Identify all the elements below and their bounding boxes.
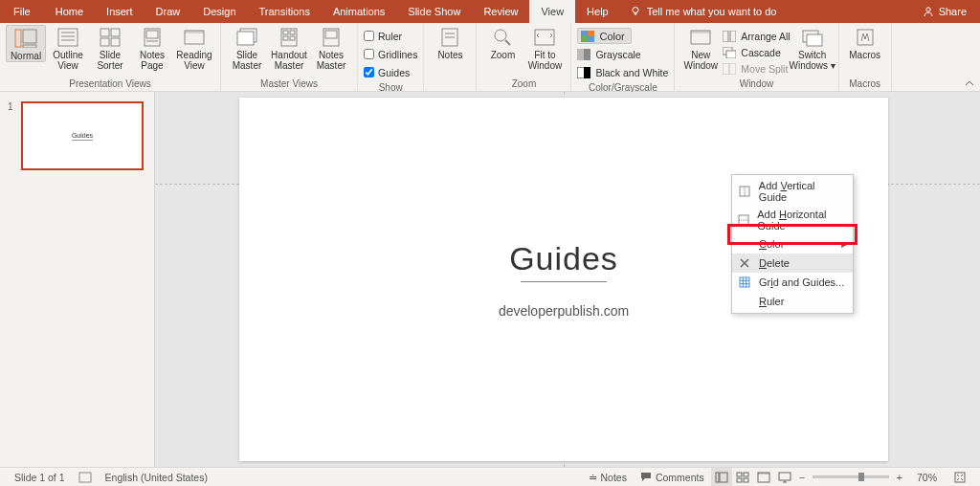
notes-toggle[interactable]: ≐Notes	[582, 468, 634, 486]
fit-to-window-button[interactable]: Fit to Window	[524, 25, 565, 71]
add-vertical-guide-item[interactable]: Add Vertical Guide	[732, 177, 853, 206]
new-window-icon	[690, 28, 711, 47]
notes-page-button[interactable]: Notes Page	[132, 25, 172, 71]
reading-view-button[interactable]: Reading View	[174, 25, 214, 71]
submenu-arrow-icon: ▶	[841, 240, 847, 249]
slide-subtitle: developerpublish.com	[499, 303, 629, 319]
comments-label: Comments	[656, 472, 704, 483]
normal-view-status-button[interactable]	[711, 468, 732, 487]
reading-view-status-button[interactable]	[753, 468, 774, 487]
animations-tab[interactable]: Animations	[322, 0, 396, 23]
design-tab[interactable]: Design	[191, 0, 247, 23]
notes-master-label: Notes Master	[317, 50, 346, 71]
file-tab[interactable]: File	[0, 0, 44, 23]
svg-rect-10	[100, 29, 109, 36]
transitions-tab[interactable]: Transitions	[248, 0, 322, 23]
slide-sorter-button[interactable]: Slide Sorter	[90, 25, 130, 71]
zoom-button[interactable]: Zoom	[482, 25, 523, 60]
svg-rect-50	[807, 34, 822, 46]
master-views-group: Slide Master Handout Master Notes Master…	[221, 23, 358, 91]
svg-rect-6	[58, 29, 78, 46]
sorter-view-status-button[interactable]	[732, 468, 753, 487]
share-label: Share	[939, 6, 967, 17]
view-tab[interactable]: View	[529, 0, 575, 23]
svg-rect-42	[691, 31, 710, 33]
language-button[interactable]: English (United States)	[99, 468, 214, 486]
tell-me-search[interactable]: Tell me what you want to do	[620, 0, 787, 23]
slide-master-label: Slide Master	[233, 50, 262, 71]
notes-label: Notes	[437, 50, 462, 60]
arrange-all-icon	[723, 31, 736, 42]
review-tab[interactable]: Review	[472, 0, 529, 23]
grayscale-mode-button[interactable]: Grayscale	[577, 46, 640, 62]
svg-rect-27	[325, 31, 337, 38]
share-button[interactable]: Share	[909, 0, 980, 23]
help-tab[interactable]: Help	[575, 0, 620, 23]
slideshow-view-status-button[interactable]	[774, 468, 795, 487]
collapse-ribbon-button[interactable]	[965, 79, 974, 87]
person-icon	[923, 6, 934, 17]
lightbulb-icon	[630, 6, 641, 17]
svg-rect-23	[290, 31, 295, 34]
grid-and-guides-item[interactable]: Grid and Guides...	[732, 273, 853, 292]
svg-rect-38	[584, 49, 590, 60]
draw-tab[interactable]: Draw	[145, 0, 192, 23]
zoom-percentage[interactable]: 70%	[910, 472, 944, 483]
color-mode-button[interactable]: Color	[577, 28, 631, 44]
ruler-checkbox[interactable]: Ruler	[364, 28, 402, 44]
move-split-button[interactable]: Move Split	[723, 60, 790, 77]
notes-sbtn-label: Notes	[601, 472, 627, 483]
slide-counter[interactable]: Slide 1 of 1	[8, 468, 72, 486]
spell-check-button[interactable]	[72, 468, 99, 486]
zoom-out-button[interactable]: −	[795, 472, 809, 483]
fit-to-window-status-button[interactable]	[947, 472, 972, 483]
master-views-label: Master Views	[227, 77, 351, 91]
zoom-in-button[interactable]: +	[893, 472, 906, 483]
zoom-group: Zoom Fit to Window Zoom	[477, 23, 571, 91]
ruler-item[interactable]: Ruler	[732, 292, 853, 311]
title-underline	[521, 281, 607, 282]
zoom-control: − + 70%	[795, 472, 972, 483]
handout-master-button[interactable]: Handout Master	[269, 25, 309, 71]
slide-canvas[interactable]: Guides developerpublish.com	[155, 92, 980, 467]
slide-thumbnail-1[interactable]: Guides	[21, 101, 144, 170]
add-v-label: Add Vertical Guide	[759, 180, 845, 203]
bw-mode-button[interactable]: Black and White	[577, 64, 668, 80]
svg-rect-43	[723, 31, 728, 42]
guides-checkbox[interactable]: Guides	[364, 64, 410, 80]
notes-icon	[441, 28, 458, 47]
magnifier-icon	[493, 28, 512, 47]
svg-rect-12	[100, 38, 109, 46]
macros-button[interactable]: Macros	[845, 25, 885, 60]
presentation-views-group: Normal Outline View Slide Sorter Notes P…	[0, 23, 221, 91]
new-window-button[interactable]: New Window	[680, 25, 721, 71]
chevron-up-icon	[965, 79, 974, 87]
gridlines-checkbox[interactable]: Gridlines	[364, 46, 417, 62]
svg-rect-25	[290, 36, 295, 40]
svg-line-32	[505, 40, 510, 45]
thumbnail-number: 1	[8, 101, 15, 170]
switch-windows-button[interactable]: Switch Windows ▾	[792, 25, 833, 71]
cascade-icon	[723, 47, 736, 58]
home-tab[interactable]: Home	[44, 0, 95, 23]
notes-master-button[interactable]: Notes Master	[311, 25, 351, 71]
svg-rect-64	[737, 473, 742, 476]
comments-toggle[interactable]: Comments	[634, 468, 711, 486]
svg-rect-4	[23, 30, 36, 43]
fit-label: Fit to Window	[528, 50, 563, 71]
arrange-all-button[interactable]: Arrange All	[723, 28, 790, 44]
insert-tab[interactable]: Insert	[95, 0, 145, 23]
zoom-slider[interactable]	[813, 475, 889, 478]
notes-button[interactable]: Notes	[430, 25, 470, 60]
slide-master-button[interactable]: Slide Master	[227, 25, 267, 71]
spell-icon	[78, 472, 92, 483]
normal-view-button[interactable]: Normal	[6, 25, 46, 62]
add-horizontal-guide-item[interactable]: Add Horizontal Guide	[732, 206, 853, 234]
delete-guide-item[interactable]: Delete	[732, 254, 853, 273]
ribbon-tabs: File Home Insert Draw Design Transitions…	[0, 0, 980, 23]
guide-color-item[interactable]: Color ▶	[732, 234, 853, 254]
slideshow-tab[interactable]: Slide Show	[396, 0, 472, 23]
outline-view-button[interactable]: Outline View	[48, 25, 88, 71]
cascade-button[interactable]: Cascade	[723, 44, 790, 60]
add-h-label: Add Horizontal Guide	[757, 209, 845, 232]
